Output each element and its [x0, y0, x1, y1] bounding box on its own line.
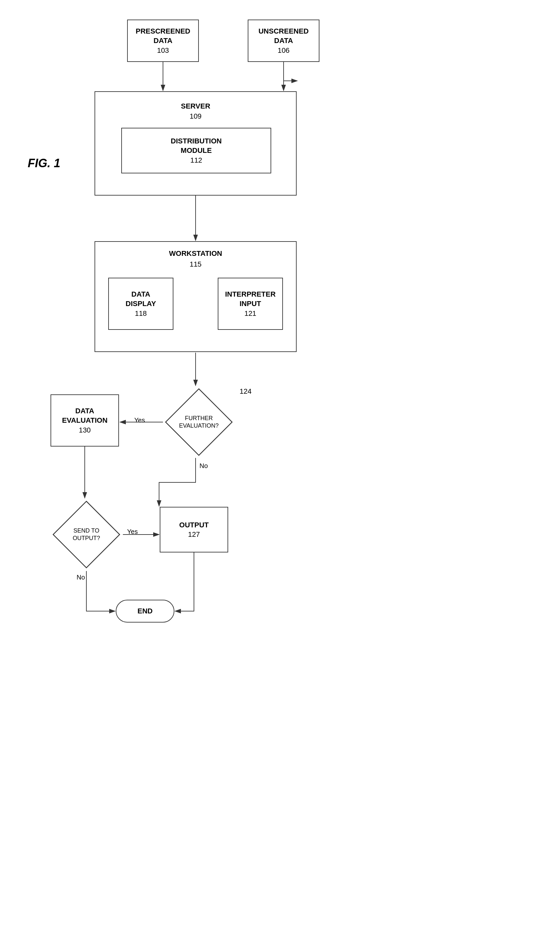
yes-send-label: Yes	[127, 528, 138, 535]
output-number: 127	[188, 530, 200, 539]
workstation-number: 115	[190, 260, 202, 268]
workstation-label: WORKSTATION	[169, 249, 222, 258]
workstation-box: WORKSTATION 115 DATADISPLAY 118 INTERPRE…	[95, 241, 297, 352]
unscreened-data-box: UNSCREENEDDATA 106	[248, 20, 319, 62]
data-display-box: DATADISPLAY 118	[108, 278, 173, 330]
data-evaluation-box: DATAEVALUATION 130	[51, 395, 119, 446]
data-display-label: DATADISPLAY	[125, 290, 156, 308]
send-to-output-diamond: SEND TOOUTPUT?	[51, 499, 122, 570]
data-evaluation-number: 130	[79, 426, 91, 434]
prescreened-data-label: PRESCREENEDDATA	[135, 27, 190, 45]
no-send-label: No	[77, 574, 85, 581]
interpreter-input-box: INTERPRETERINPUT 121	[218, 278, 283, 330]
data-display-number: 118	[135, 309, 147, 318]
distribution-module-number: 112	[190, 156, 202, 164]
fig-label: FIG. 1	[28, 157, 60, 170]
interpreter-input-label: INTERPRETERINPUT	[225, 290, 275, 308]
unscreened-data-number: 106	[278, 46, 290, 55]
server-number: 109	[190, 112, 202, 121]
distribution-module-box: DISTRIBUTIONMODULE 112	[121, 128, 271, 173]
server-label: SERVER	[181, 102, 210, 111]
output-label: OUTPUT	[179, 521, 209, 530]
send-to-output-text: SEND TOOUTPUT?	[73, 527, 100, 542]
end-box: END	[116, 600, 175, 622]
distribution-module-label: DISTRIBUTIONMODULE	[171, 137, 222, 155]
prescreened-data-number: 103	[157, 46, 169, 55]
prescreened-data-box: PRESCREENEDDATA 103	[127, 20, 199, 62]
interpreter-input-number: 121	[244, 309, 256, 318]
server-box: SERVER 109 DISTRIBUTIONMODULE 112	[95, 91, 297, 196]
further-evaluation-diamond: FURTHEREVALUATION?	[163, 386, 235, 458]
output-box: OUTPUT 127	[160, 507, 228, 553]
unscreened-data-label: UNSCREENEDDATA	[259, 27, 309, 45]
end-label: END	[137, 607, 152, 616]
further-evaluation-text: FURTHEREVALUATION?	[179, 414, 218, 430]
yes-further-label: Yes	[134, 417, 145, 424]
no-further-label: No	[199, 462, 208, 470]
data-evaluation-label: DATAEVALUATION	[62, 407, 108, 425]
further-evaluation-number: 124	[239, 387, 251, 396]
diagram-container: FIG. 1 PRESCREENEDDATA 103 UNSCREENEDDAT…	[0, 0, 560, 925]
